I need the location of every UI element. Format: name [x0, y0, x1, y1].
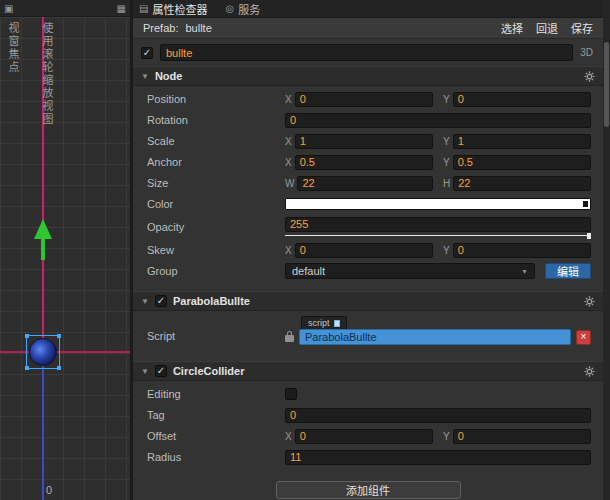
inspector-scrollbar[interactable] — [603, 0, 610, 500]
script-reference-value: ParabolaBullte — [305, 331, 377, 343]
position-row: Position X Y — [133, 89, 603, 109]
anchor-x-input[interactable] — [295, 155, 433, 170]
opacity-row: Opacity — [133, 215, 603, 239]
group-dropdown[interactable]: default ▼ — [285, 263, 535, 279]
panel-splitter[interactable] — [130, 0, 133, 500]
prefab-bar: Prefab: bullte 选择 回退 保存 — [133, 18, 603, 39]
group-edit-button[interactable]: 编辑 — [545, 263, 591, 279]
offset-y-input[interactable] — [453, 429, 591, 444]
scrollbar-thumb[interactable] — [604, 42, 609, 127]
node-name-input[interactable] — [160, 44, 573, 61]
opacity-slider[interactable] — [285, 234, 591, 238]
scene-toolbar: ▣ ▦ — [0, 0, 130, 17]
position-label: Position — [147, 93, 285, 105]
rotation-row: Rotation — [133, 110, 603, 130]
skew-y-input[interactable] — [453, 243, 591, 258]
tab-services[interactable]: ◎ 服务 — [225, 1, 260, 17]
y-axis-label: Y — [443, 94, 450, 105]
x-axis-label: X — [285, 431, 292, 442]
x-axis-label: X — [285, 94, 292, 105]
skew-row: Skew X Y — [133, 240, 603, 260]
position-y-input[interactable] — [453, 92, 591, 107]
parabola-gear-button[interactable] — [584, 296, 595, 307]
prefab-select-button[interactable]: 选择 — [501, 20, 523, 36]
anchor-row: Anchor X Y — [133, 152, 603, 172]
inspector-panel: ▤ 属性检查器 ◎ 服务 Prefab: bullte 选择 回退 保存 — [133, 0, 610, 500]
add-component-button[interactable]: 添加组件 — [276, 481, 461, 499]
remove-component-button[interactable]: × — [576, 330, 591, 345]
collapse-triangle-icon[interactable]: ▼ — [141, 297, 149, 306]
scene-hint-zoom: 使用滚轮缩放视图 — [39, 22, 55, 126]
tab-property-inspector[interactable]: ▤ 属性检查器 — [139, 1, 207, 17]
scene-canvas[interactable] — [0, 17, 130, 500]
node-name-row: ✓ 3D — [133, 39, 603, 66]
tag-input[interactable] — [285, 408, 591, 423]
x-axis-label: X — [285, 136, 292, 147]
anchor-y-input[interactable] — [453, 155, 591, 170]
editing-label: Editing — [147, 388, 285, 400]
y-axis-label: Y — [443, 245, 450, 256]
collider-enabled-checkbox[interactable]: ✓ — [155, 365, 167, 377]
editing-checkbox[interactable] — [285, 388, 297, 400]
panel-icon[interactable]: ▣ — [4, 3, 13, 14]
parabola-section-header[interactable]: ▼ ✓ ParabolaBullte — [133, 291, 603, 311]
scale-x-input[interactable] — [295, 134, 433, 149]
lock-icon[interactable] — [285, 335, 294, 342]
size-h-input[interactable] — [453, 176, 591, 191]
x-axis-line — [0, 351, 130, 353]
size-row: Size W H — [133, 173, 603, 193]
opacity-label: Opacity — [147, 221, 285, 233]
gear-icon — [584, 71, 595, 82]
size-w-input[interactable] — [297, 176, 433, 191]
prefab-revert-button[interactable]: 回退 — [536, 20, 558, 36]
y-axis-label: Y — [443, 136, 450, 147]
radius-input[interactable] — [285, 450, 591, 465]
selection-handle[interactable] — [25, 334, 29, 338]
node-active-checkbox[interactable]: ✓ — [141, 47, 153, 59]
x-axis-label: X — [285, 157, 292, 168]
parabola-section-title: ParabolaBullte — [173, 295, 250, 307]
selection-handle[interactable] — [57, 366, 61, 370]
opacity-input[interactable] — [285, 217, 591, 232]
scale-y-input[interactable] — [453, 134, 591, 149]
collider-gear-button[interactable] — [584, 366, 595, 377]
group-label: Group — [147, 265, 285, 277]
gear-icon — [584, 296, 595, 307]
inspector-tab-icon: ▤ — [139, 3, 148, 14]
script-reference-field[interactable]: ParabolaBullte — [299, 329, 571, 345]
radius-label: Radius — [147, 451, 285, 463]
mode-3d-toggle[interactable]: 3D — [580, 47, 593, 58]
collider-section-header[interactable]: ▼ ✓ CircleCollider — [133, 361, 603, 381]
parabola-enabled-checkbox[interactable]: ✓ — [155, 295, 167, 307]
height-axis-label: H — [443, 178, 450, 189]
rotation-input[interactable] — [285, 113, 591, 128]
opacity-slider-handle[interactable] — [587, 233, 591, 239]
check-icon: ✓ — [157, 296, 165, 306]
selection-handle[interactable] — [25, 366, 29, 370]
collapse-triangle-icon[interactable]: ▼ — [141, 72, 149, 81]
y-axis-label: Y — [443, 157, 450, 168]
grid-icon[interactable]: ▦ — [117, 3, 126, 14]
collapse-triangle-icon[interactable]: ▼ — [141, 367, 149, 376]
script-type-badge: script — [301, 316, 347, 329]
tag-label: Tag — [147, 409, 285, 421]
size-label: Size — [147, 177, 285, 189]
move-gizmo-stem[interactable] — [41, 239, 45, 260]
offset-row: Offset X Y — [133, 426, 603, 446]
node-section: ▼ Node Position X — [133, 66, 603, 281]
color-swatch[interactable] — [285, 198, 591, 210]
y-axis-label: Y — [443, 431, 450, 442]
offset-label: Offset — [147, 430, 285, 442]
color-label: Color — [147, 198, 285, 210]
node-section-header[interactable]: ▼ Node — [133, 66, 603, 86]
selection-handle[interactable] — [57, 334, 61, 338]
prefab-save-button[interactable]: 保存 — [571, 20, 593, 36]
node-gear-button[interactable] — [584, 71, 595, 82]
script-label: Script — [147, 330, 285, 345]
group-dropdown-value: default — [292, 265, 325, 277]
position-x-input[interactable] — [295, 92, 433, 107]
offset-x-input[interactable] — [295, 429, 433, 444]
move-gizmo-arrow-icon[interactable] — [34, 219, 52, 239]
chevron-down-icon: ▼ — [521, 268, 528, 275]
skew-x-input[interactable] — [295, 243, 433, 258]
